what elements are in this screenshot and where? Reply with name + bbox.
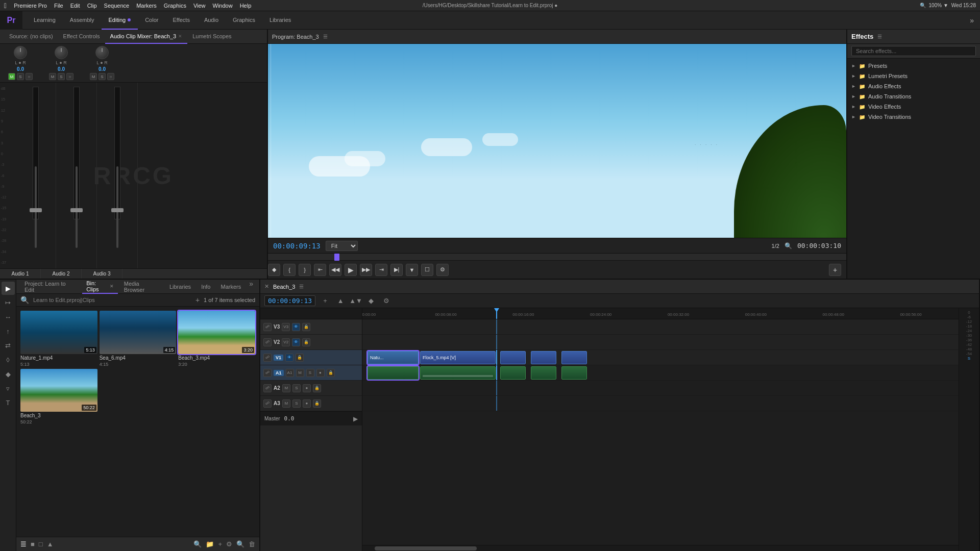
project-search-icon[interactable]: 🔍 xyxy=(20,296,29,304)
fader-handle-2[interactable] xyxy=(70,208,83,212)
tab-media-browser[interactable]: Media Browser xyxy=(120,280,163,294)
new-item-btn[interactable]: 📁 xyxy=(206,540,214,548)
solo-a2[interactable]: S xyxy=(292,384,301,392)
program-scrubber[interactable] xyxy=(268,253,846,260)
solo-a1[interactable]: S xyxy=(306,369,314,377)
timeline-scrollbar[interactable] xyxy=(362,545,959,551)
fit-selector[interactable]: Fit 25% 50% 100% xyxy=(326,241,358,251)
close-audio-mixer-tab[interactable]: ✕ xyxy=(178,34,182,39)
timeline-linked-select-btn[interactable]: ▲▼ xyxy=(350,295,361,307)
sync-lock-a1[interactable]: ☍ xyxy=(263,369,272,377)
playhead-indicator[interactable] xyxy=(496,308,497,319)
mute-btn-3[interactable]: M xyxy=(90,73,97,80)
effects-presets[interactable]: ► 📁 Presets xyxy=(847,61,980,71)
target-v1[interactable]: V1 xyxy=(274,355,283,361)
lock-v1[interactable]: 🔒 xyxy=(296,354,304,362)
media-item-sea6[interactable]: 4:15 Sea_6.mp4 4:15 xyxy=(100,311,177,367)
menu-window[interactable]: Window xyxy=(213,3,233,9)
track-select-tool-button[interactable]: ↦ xyxy=(2,296,15,309)
selection-tool-button[interactable]: ▶ xyxy=(2,282,15,295)
menu-graphics[interactable]: Graphics xyxy=(164,3,186,9)
type-tool-button[interactable]: T xyxy=(2,396,15,409)
target-v3[interactable]: V3 xyxy=(282,323,290,331)
timeline-menu-icon[interactable]: ☰ xyxy=(299,284,304,289)
mute-btn-1[interactable]: M xyxy=(8,73,15,80)
record-btn-3[interactable]: ○ xyxy=(107,73,114,80)
mute-a1[interactable]: M xyxy=(296,369,304,377)
set-out-button[interactable]: } xyxy=(299,264,311,276)
clip-nature-v1[interactable]: Natu... xyxy=(368,351,419,364)
overwrite-button[interactable]: ▼ xyxy=(406,264,418,276)
freeform-view-btn[interactable]: □ xyxy=(39,540,43,548)
target-v2[interactable]: V2 xyxy=(282,338,290,346)
tab-project[interactable]: Project: Learn to Edit xyxy=(20,280,80,294)
sync-lock-v1[interactable]: ☍ xyxy=(263,354,272,362)
timeline-ruler[interactable]: 00:00:00:00 00:00:08:00 00:00:16:00 00:0… xyxy=(362,308,959,319)
fader-handle-1[interactable] xyxy=(30,208,42,212)
close-bin-tab[interactable]: ✕ xyxy=(110,284,114,289)
clip-v1-3[interactable] xyxy=(500,351,526,364)
zoom-icon[interactable]: 🔍 xyxy=(785,242,792,249)
solo-btn-2[interactable]: S xyxy=(58,73,65,80)
clip-a1-4[interactable] xyxy=(531,366,556,380)
sync-lock-a2[interactable]: ☍ xyxy=(263,384,272,392)
tab-info[interactable]: Info xyxy=(197,280,214,294)
record-a3[interactable]: ● xyxy=(303,399,311,408)
effects-search-input[interactable] xyxy=(851,46,976,56)
lock-a1[interactable]: 🔒 xyxy=(327,369,335,377)
media-item-nature1[interactable]: 5:13 Nature_1.mp4 5:13 xyxy=(20,311,97,367)
program-timecode[interactable]: 00:00:09:13 xyxy=(273,242,321,250)
media-item-beach3-mp4[interactable]: 3:20 Beach_3.mp4 3:20 xyxy=(178,311,255,367)
mute-a2[interactable]: M xyxy=(282,384,290,392)
lock-a3[interactable]: 🔒 xyxy=(313,399,321,408)
menu-clip[interactable]: Clip xyxy=(87,3,97,9)
visibility-v1[interactable]: 👁 xyxy=(285,354,293,362)
target-a1[interactable]: A1 xyxy=(274,370,284,376)
clip-v1-5[interactable] xyxy=(561,351,587,364)
tab-graphics[interactable]: Graphics xyxy=(226,11,262,30)
pen-tool-button[interactable]: ◆ xyxy=(2,367,15,381)
effects-menu-icon[interactable]: ☰ xyxy=(877,34,882,39)
tab-color[interactable]: Color xyxy=(138,11,165,30)
sort-btn[interactable]: ▲ xyxy=(47,540,54,548)
mute-a3[interactable]: M xyxy=(282,399,290,408)
tab-audio[interactable]: Audio xyxy=(197,11,226,30)
tab-assembly[interactable]: Assembly xyxy=(63,11,102,30)
timeline-timecode[interactable]: 00:00:09:13 xyxy=(264,295,315,306)
effects-audio-transitions[interactable]: ► 📁 Audio Transitions xyxy=(847,91,980,102)
tab-markers[interactable]: Markers xyxy=(216,280,245,294)
record-btn-1[interactable]: ○ xyxy=(26,73,33,80)
visibility-v2[interactable]: 👁 xyxy=(292,338,300,346)
effects-lumetri-presets[interactable]: ► 📁 Lumetri Presets xyxy=(847,71,980,81)
menu-edit[interactable]: Edit xyxy=(70,3,80,9)
new-bin-btn[interactable]: + xyxy=(218,540,222,548)
new-bin-icon[interactable]: + xyxy=(195,296,200,304)
timeline-add-track-btn[interactable]: + xyxy=(320,295,331,307)
export-frame-button[interactable]: ☐ xyxy=(421,264,433,276)
clip-flock-v1[interactable]: Flock_5.mp4 [V] xyxy=(420,351,496,364)
visibility-v3[interactable]: 👁 xyxy=(292,323,300,331)
tab-libraries[interactable]: Libraries xyxy=(262,11,298,30)
menu-sequence[interactable]: Sequence xyxy=(104,3,130,9)
automate-btn[interactable]: ⚙ xyxy=(226,540,232,548)
tab-effects[interactable]: Effects xyxy=(165,11,197,30)
timeline-settings-btn[interactable]: ⚙ xyxy=(381,295,392,307)
menu-file[interactable]: File xyxy=(54,3,63,9)
menu-view[interactable]: View xyxy=(193,3,206,9)
sync-lock-v3[interactable]: ☍ xyxy=(263,323,272,331)
play-button[interactable]: ▶ xyxy=(345,264,357,276)
master-triangle[interactable]: ▶ xyxy=(353,415,358,422)
step-back-button[interactable]: ◀◀ xyxy=(329,264,341,276)
lock-v3[interactable]: 🔒 xyxy=(302,323,310,331)
scrubber-playhead[interactable] xyxy=(334,254,339,261)
apple-menu[interactable]:  xyxy=(4,2,7,10)
scrubber-bar[interactable] xyxy=(268,254,846,260)
effects-audio-effects[interactable]: ► 📁 Audio Effects xyxy=(847,81,980,91)
tab-editing[interactable]: Editing xyxy=(102,11,138,30)
effects-video-effects[interactable]: ► 📁 Video Effects xyxy=(847,102,980,112)
search-btn[interactable]: 🔍 xyxy=(193,540,202,548)
solo-btn-3[interactable]: S xyxy=(99,73,106,80)
icon-view-btn[interactable]: ■ xyxy=(31,540,35,548)
add-button[interactable]: + xyxy=(829,264,841,276)
rolling-edit-tool-button[interactable]: ↑ xyxy=(2,324,15,338)
